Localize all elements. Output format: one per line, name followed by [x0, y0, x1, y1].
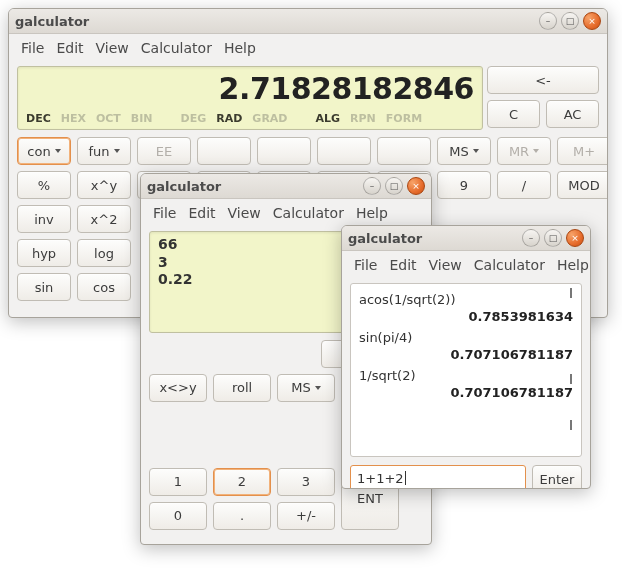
ee-button[interactable]: EE	[137, 137, 191, 165]
menu-calculator[interactable]: Calculator	[470, 255, 549, 275]
two-button[interactable]: 2	[213, 468, 271, 496]
three-button[interactable]: 3	[277, 468, 335, 496]
hex-a-button[interactable]	[197, 137, 251, 165]
mode-bin[interactable]: BIN	[131, 112, 153, 125]
backspace-button[interactable]: <-	[487, 66, 599, 94]
menu-view[interactable]: View	[224, 203, 265, 223]
mode-form[interactable]: FORM	[386, 112, 422, 125]
menu-edit[interactable]: Edit	[184, 203, 219, 223]
window-title: galculator	[348, 231, 422, 246]
sin-button[interactable]: sin	[17, 273, 71, 301]
display-value: 2.71828182846	[26, 71, 474, 106]
mod-button[interactable]: MOD	[557, 171, 608, 199]
hex-b-button[interactable]	[257, 137, 311, 165]
titlebar[interactable]: galculator – □ ×	[9, 9, 607, 34]
window-paper: galculator – □ × File Edit View Calculat…	[341, 225, 591, 489]
menubar: File Edit View Calculator Help	[342, 251, 590, 279]
menu-file[interactable]: File	[350, 255, 381, 275]
enter-button[interactable]: Enter	[532, 465, 582, 489]
history-expr: acos(1/sqrt(2))	[359, 292, 573, 307]
inv-button[interactable]: inv	[17, 205, 71, 233]
cos-button[interactable]: cos	[77, 273, 131, 301]
mode-rpn[interactable]: RPN	[350, 112, 376, 125]
minimize-icon[interactable]: –	[522, 229, 540, 247]
mr-button[interactable]: MR	[497, 137, 551, 165]
menu-help[interactable]: Help	[553, 255, 591, 275]
maximize-icon[interactable]: □	[385, 177, 403, 195]
close-icon[interactable]: ×	[566, 229, 584, 247]
menu-view[interactable]: View	[425, 255, 466, 275]
minimize-icon[interactable]: –	[363, 177, 381, 195]
functions-button[interactable]: fun	[77, 137, 131, 165]
mode-hex[interactable]: HEX	[61, 112, 86, 125]
maximize-icon[interactable]: □	[561, 12, 579, 30]
xsq-button[interactable]: x^2	[77, 205, 131, 233]
scroll-thumb[interactable]	[570, 374, 572, 384]
menu-calculator[interactable]: Calculator	[137, 38, 216, 58]
close-icon[interactable]: ×	[407, 177, 425, 195]
history-result: 0.707106781187	[359, 385, 573, 400]
log-button[interactable]: log	[77, 239, 131, 267]
constants-button[interactable]: con	[17, 137, 71, 165]
history-pane[interactable]: acos(1/sqrt(2)) 0.7853981634 sin(pi/4) 0…	[350, 283, 582, 457]
roll-button[interactable]: roll	[213, 374, 271, 402]
mode-grad[interactable]: GRAD	[252, 112, 287, 125]
window-title: galculator	[15, 14, 89, 29]
menubar: File Edit View Calculator Help	[9, 34, 607, 62]
text-caret-icon	[405, 471, 406, 485]
history-result: 0.707106781187	[359, 347, 573, 362]
expression-value: 1+1+2	[357, 471, 404, 486]
menu-help[interactable]: Help	[220, 38, 260, 58]
history-result: 0.7853981634	[359, 309, 573, 324]
mode-row: DEC HEX OCT BIN DEG RAD GRAD ALG RPN FOR…	[26, 112, 474, 125]
minimize-icon[interactable]: –	[539, 12, 557, 30]
scroll-thumb[interactable]	[570, 420, 572, 430]
rparen-button[interactable]	[377, 137, 431, 165]
plusminus-button[interactable]: +/-	[277, 502, 335, 530]
titlebar[interactable]: galculator – □ ×	[141, 174, 431, 199]
lparen-button[interactable]	[317, 137, 371, 165]
percent-button[interactable]: %	[17, 171, 71, 199]
history-expr: sin(pi/4)	[359, 330, 573, 345]
close-icon[interactable]: ×	[583, 12, 601, 30]
one-button[interactable]: 1	[149, 468, 207, 496]
mode-deg[interactable]: DEG	[181, 112, 207, 125]
titlebar[interactable]: galculator – □ ×	[342, 226, 590, 251]
menu-edit[interactable]: Edit	[52, 38, 87, 58]
menu-edit[interactable]: Edit	[385, 255, 420, 275]
mode-rad[interactable]: RAD	[216, 112, 242, 125]
ms-button[interactable]: MS	[277, 374, 335, 402]
maximize-icon[interactable]: □	[544, 229, 562, 247]
window-title: galculator	[147, 179, 221, 194]
mplus-button[interactable]: M+	[557, 137, 608, 165]
dot-button[interactable]: .	[213, 502, 271, 530]
xswap-button[interactable]: x<>y	[149, 374, 207, 402]
hyp-button[interactable]: hyp	[17, 239, 71, 267]
nine-button[interactable]: 9	[437, 171, 491, 199]
menu-help[interactable]: Help	[352, 203, 392, 223]
menubar: File Edit View Calculator Help	[141, 199, 431, 227]
expression-input[interactable]: 1+1+2	[350, 465, 526, 489]
divide-button[interactable]: /	[497, 171, 551, 199]
ms-button[interactable]: MS	[437, 137, 491, 165]
menu-calculator[interactable]: Calculator	[269, 203, 348, 223]
history-expr: 1/sqrt(2)	[359, 368, 573, 383]
display: 2.71828182846 DEC HEX OCT BIN DEG RAD GR…	[17, 66, 483, 130]
mode-alg[interactable]: ALG	[316, 112, 341, 125]
mode-dec[interactable]: DEC	[26, 112, 51, 125]
all-clear-button[interactable]: AC	[546, 100, 599, 128]
mode-oct[interactable]: OCT	[96, 112, 121, 125]
scroll-thumb[interactable]	[570, 288, 572, 298]
xpy-button[interactable]: x^y	[77, 171, 131, 199]
menu-file[interactable]: File	[149, 203, 180, 223]
menu-file[interactable]: File	[17, 38, 48, 58]
zero-button[interactable]: 0	[149, 502, 207, 530]
clear-button[interactable]: C	[487, 100, 540, 128]
menu-view[interactable]: View	[92, 38, 133, 58]
